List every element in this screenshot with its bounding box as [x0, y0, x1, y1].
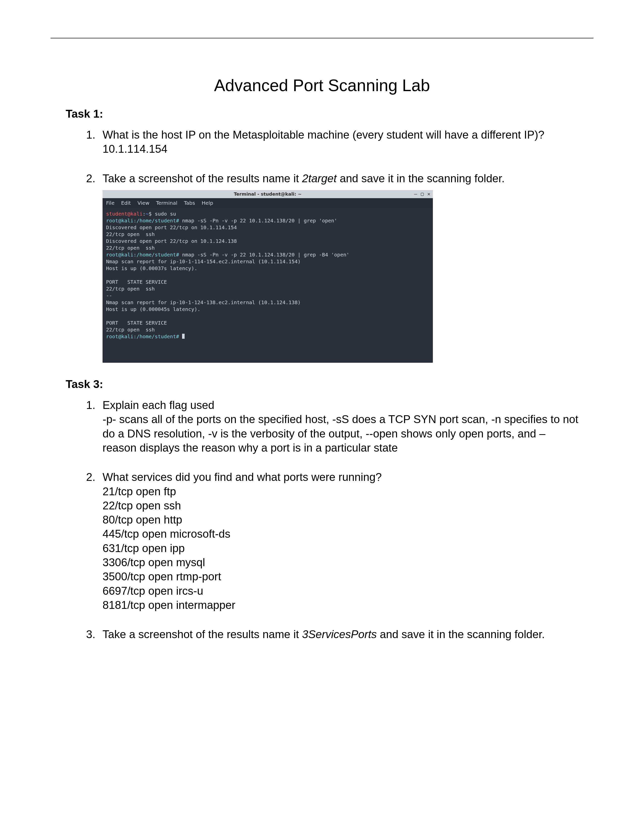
- port-line-6: 3500/tcp open rtmp-port: [103, 570, 221, 582]
- header-rule: [50, 38, 594, 39]
- out-open-2: 22/tcp open ssh: [106, 245, 155, 251]
- task3-item-2: What services did you find and what port…: [98, 470, 578, 612]
- menu-view[interactable]: View: [137, 199, 149, 206]
- task3-item-3: Take a screenshot of the results name it…: [98, 627, 578, 642]
- out-report-2: Nmap scan report for ip-10-1-124-138.ec2…: [106, 299, 301, 306]
- out-lat-1: Host is up (0.00037s latency).: [106, 265, 197, 271]
- terminal-menubar: File Edit View Terminal Tabs Help: [103, 198, 433, 208]
- port-line-4: 631/tcp open ipp: [103, 542, 185, 554]
- out-disc-1: Discovered open port 22/tcp on 10.1.114.…: [106, 224, 237, 230]
- task3-heading: Task 3:: [66, 378, 578, 391]
- prompt-dollar: $: [149, 211, 155, 217]
- out-hdr-2: PORT STATE SERVICE: [106, 320, 167, 326]
- terminal-title: Terminal - student@kali: ~: [103, 191, 433, 197]
- out-lat-2: Host is up (0.000045s latency).: [106, 306, 200, 312]
- task3-a1: -p- scans all of the ports on the specif…: [103, 413, 578, 454]
- maximize-icon[interactable]: ▢: [421, 191, 424, 198]
- task1-heading: Task 1:: [66, 108, 578, 120]
- task1-a1: 10.1.114.154: [103, 143, 167, 155]
- cmd-nmap-2: nmap -sS -Pn -v -p 22 10.1.124.138/20 | …: [182, 252, 349, 258]
- out-open-4: 22/tcp open ssh: [106, 326, 155, 333]
- task1-q2-pre: Take a screenshot of the results name it: [103, 172, 302, 185]
- task1-q2-post: and save it in the scanning folder.: [336, 172, 505, 185]
- task3-q3-post: and save it in the scanning folder.: [377, 628, 545, 640]
- close-icon[interactable]: ✕: [427, 191, 430, 198]
- root-prompt-2: root@kali:/home/student#: [106, 252, 182, 258]
- document-page: Advanced Port Scanning Lab Task 1: What …: [0, 0, 644, 833]
- task1-list: What is the host IP on the Metasploitabl…: [66, 128, 578, 363]
- port-line-1: 22/tcp open ssh: [103, 499, 181, 512]
- task1-item-1: What is the host IP on the Metasploitabl…: [98, 128, 578, 156]
- root-prompt-3: root@kali:/home/student#: [106, 333, 182, 339]
- cmd-sudo: sudo su: [155, 211, 176, 217]
- terminal-titlebar: Terminal - student@kali: ~ — ▢ ✕: [103, 190, 433, 198]
- port-line-5: 3306/tcp open mysql: [103, 556, 205, 568]
- port-line-7: 6697/tcp open ircs-u: [103, 585, 203, 597]
- out-report-1: Nmap scan report for ip-10-1-114-154.ec2…: [106, 259, 301, 265]
- out-disc-2: Discovered open port 22/tcp on 10.1.124.…: [106, 238, 237, 244]
- menu-tabs[interactable]: Tabs: [184, 199, 195, 206]
- port-line-2: 80/tcp open http: [103, 513, 182, 526]
- menu-file[interactable]: File: [106, 199, 114, 206]
- cursor-icon: [182, 334, 185, 339]
- task1-q1-text: What is the host IP on the Metasploitabl…: [103, 129, 544, 141]
- prompt-sep: :: [143, 211, 146, 217]
- out-blank-2: [106, 313, 109, 319]
- task3-q1-text: Explain each flag used: [103, 399, 214, 411]
- prompt-user: student@kali: [106, 211, 143, 217]
- terminal-window: Terminal - student@kali: ~ — ▢ ✕ File Ed…: [103, 190, 433, 363]
- out-open-1: 22/tcp open ssh: [106, 231, 155, 237]
- task3-q3-em: 3ServicesPorts: [302, 628, 377, 640]
- menu-edit[interactable]: Edit: [121, 199, 131, 206]
- port-line-3: 445/tcp open microsoft-ds: [103, 527, 230, 540]
- task1-item-2: Take a screenshot of the results name it…: [98, 171, 578, 363]
- out-open-3: 22/tcp open ssh: [106, 286, 155, 292]
- window-controls: — ▢ ✕: [414, 190, 430, 198]
- page-title: Advanced Port Scanning Lab: [66, 76, 578, 95]
- task1-q2-em: 2target: [302, 172, 336, 185]
- port-line-8: 8181/tcp open intermapper: [103, 599, 235, 611]
- root-prompt-1: root@kali:/home/student#: [106, 217, 182, 224]
- out-dash: --: [106, 293, 112, 299]
- port-line-0: 21/tcp open ftp: [103, 485, 176, 497]
- menu-terminal[interactable]: Terminal: [156, 199, 177, 206]
- task3-q3-pre: Take a screenshot of the results name it: [103, 628, 302, 640]
- out-hdr-1: PORT STATE SERVICE: [106, 279, 167, 285]
- task3-item-1: Explain each flag used -p- scans all of …: [98, 398, 578, 455]
- task3-q2-text: What services did you find and what port…: [103, 471, 382, 483]
- task3-list: Explain each flag used -p- scans all of …: [66, 398, 578, 642]
- terminal-body[interactable]: student@kali:~$ sudo su root@kali:/home/…: [103, 208, 433, 363]
- out-blank-1: [106, 272, 109, 278]
- menu-help[interactable]: Help: [201, 199, 213, 206]
- cmd-nmap-1: nmap -sS -Pn -v -p 22 10.1.124.138/20 | …: [182, 217, 337, 224]
- minimize-icon[interactable]: —: [414, 191, 417, 198]
- prompt-path: ~: [146, 211, 149, 217]
